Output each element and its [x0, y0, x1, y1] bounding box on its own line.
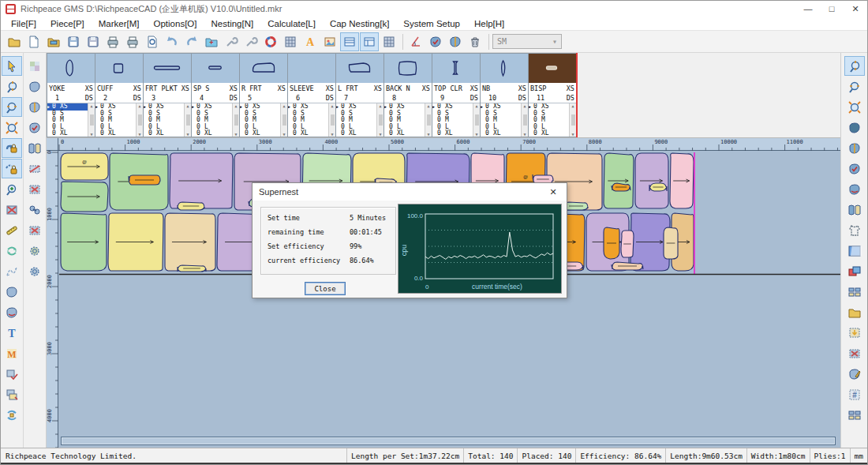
delete-cross-tool[interactable]	[844, 343, 865, 363]
menu-help[interactable]: Help[H]	[467, 17, 511, 31]
frt-plkt-shape-icon[interactable]	[144, 54, 191, 83]
piece-column-l-frt[interactable]: L FRTXS7▶0XS0S0M0L0XL▲▼	[335, 53, 383, 137]
scroll-down-icon[interactable]: ▼	[523, 132, 526, 137]
print-button[interactable]	[103, 32, 122, 51]
scroll-up-icon[interactable]: ▲	[90, 103, 92, 108]
color-ring-button[interactable]	[261, 32, 280, 51]
piece-split-button[interactable]	[446, 32, 465, 51]
piece-column-bisp[interactable]: BISPXS11DS▶0XS0S0M0L0XL▲▼	[528, 53, 576, 137]
piece-list-scrollbar[interactable]: ▲▼	[280, 103, 287, 137]
piece-flag-tool[interactable]	[844, 159, 865, 178]
vest-tool[interactable]	[844, 220, 865, 240]
zoom-area-tool[interactable]	[2, 97, 22, 117]
piece-column-top-clr[interactable]: TOP CLRXS9DS▶0XS0S0M0L0XL▲▼	[432, 53, 480, 137]
piece-list-toggle[interactable]	[360, 32, 379, 51]
piece-tag-one-tool[interactable]	[24, 118, 45, 137]
zoom-horizontal-tool[interactable]	[844, 77, 865, 96]
scroll-up-icon[interactable]: ▲	[427, 103, 429, 108]
piece-list-scrollbar[interactable]: ▲▼	[376, 103, 383, 137]
angle-measure-button[interactable]	[406, 32, 425, 51]
menu-nesting[interactable]: Nesting[N]	[204, 17, 261, 31]
size-row-xl[interactable]: 0XL	[432, 130, 473, 137]
scroll-up-icon[interactable]: ▲	[234, 103, 237, 108]
piece-list-scrollbar[interactable]: ▲▼	[473, 103, 480, 137]
piece-swap-tool[interactable]	[844, 200, 865, 219]
canvas-horizontal-scrollbar[interactable]	[61, 437, 836, 445]
menu-calculate[interactable]: Calculate[L]	[260, 17, 323, 31]
zoom-full-tool[interactable]	[844, 97, 865, 117]
piece-column-back-n[interactable]: BACK NXS8▶0XS0S0M0L0XL▲▼	[383, 53, 432, 137]
dialog-close-button[interactable]: Close	[305, 282, 346, 295]
scroll-down-icon[interactable]: ▼	[90, 132, 92, 137]
size-row-xl[interactable]: 0XL	[384, 130, 425, 137]
nb-shape-icon[interactable]	[481, 54, 528, 83]
piece-list-scrollbar[interactable]: ▲▼	[569, 103, 576, 137]
select-tool[interactable]	[2, 56, 22, 76]
piece-column-yoke[interactable]: YOKEXS1DS▶0XS0S0M0L0XL▲▼	[47, 53, 95, 137]
scroll-down-icon[interactable]: ▼	[282, 132, 285, 137]
text-piece-tool[interactable]: T	[2, 323, 22, 343]
lock-direction-tool[interactable]	[2, 138, 22, 158]
scroll-down-icon[interactable]: ▼	[234, 132, 237, 137]
zoom-in-tool[interactable]	[2, 179, 22, 199]
cuff-shape-icon[interactable]	[95, 54, 143, 83]
blend-view-tool[interactable]	[24, 56, 45, 76]
curve-tool[interactable]	[2, 261, 22, 281]
piece-shade-tool[interactable]	[844, 118, 865, 137]
size-dropdown[interactable]: SM▾	[492, 34, 562, 49]
marker-setup-button[interactable]	[222, 32, 241, 51]
piece-squeeze-tool[interactable]	[24, 138, 45, 158]
clear-marker-tool[interactable]	[2, 200, 22, 219]
piece-column-sp-s[interactable]: SP SXS4DS▶0XS0S0M0L0XL▲▼	[191, 53, 239, 137]
scroll-down-icon[interactable]: ▼	[186, 132, 189, 137]
piece-drop-tool[interactable]	[844, 323, 865, 343]
sleeve-shape-icon[interactable]	[288, 54, 335, 83]
piece-list-scrollbar[interactable]: ▲▼	[521, 103, 528, 137]
piece-column-cuff[interactable]: CUFFXS2DS▶0XS0S0M0L0XL▲▼	[95, 53, 143, 137]
piece-list-scrollbar[interactable]: ▲▼	[136, 103, 143, 137]
piece-fold-tool[interactable]	[844, 138, 865, 158]
zoom-orbit-tool[interactable]	[2, 118, 22, 137]
size-row-xl[interactable]: 0XL	[144, 130, 184, 137]
scroll-up-icon[interactable]: ▲	[186, 103, 189, 108]
add-piece-button[interactable]: +	[202, 32, 221, 51]
scroll-up-icon[interactable]: ▲	[331, 103, 333, 108]
scroll-up-icon[interactable]: ▲	[523, 103, 526, 108]
r-frt-shape-icon[interactable]	[240, 54, 287, 83]
piece-list-scrollbar[interactable]: ▲▼	[88, 103, 95, 137]
piece-tag-edit-tool[interactable]	[24, 97, 45, 117]
close-button[interactable]: ✕	[844, 1, 867, 17]
scroll-down-icon[interactable]: ▼	[571, 132, 574, 137]
scroll-up-icon[interactable]: ▲	[475, 103, 477, 108]
picture-button[interactable]	[320, 32, 339, 51]
sp-s-shape-icon[interactable]	[192, 54, 239, 83]
minimize-button[interactable]: —	[796, 1, 820, 17]
open-marker-button[interactable]	[5, 32, 24, 51]
size-row-xl[interactable]: 0XL	[336, 130, 376, 137]
zoom-range-tool[interactable]	[2, 77, 22, 96]
menu-file[interactable]: File[F]	[4, 17, 43, 31]
piece-plan-tool[interactable]	[844, 405, 865, 425]
text-button[interactable]: A	[301, 32, 320, 51]
save-button[interactable]	[64, 32, 83, 51]
scroll-down-icon[interactable]: ▼	[475, 132, 477, 137]
piece-check-button[interactable]	[426, 32, 445, 51]
piece-slash-tool[interactable]	[24, 159, 45, 178]
back-shape-icon[interactable]	[384, 54, 432, 83]
size-row-xl[interactable]: 0XL	[95, 130, 136, 137]
size-row-xl[interactable]: 0XL	[529, 130, 569, 137]
nest-sheet-button[interactable]	[380, 32, 398, 51]
piece-rotate-tool[interactable]	[844, 179, 865, 199]
grid-hash-tool[interactable]: #	[844, 384, 865, 404]
menu-system-setup[interactable]: System Setup	[396, 17, 467, 31]
scroll-up-icon[interactable]: ▲	[138, 103, 140, 108]
marker-name-tool[interactable]: M	[2, 343, 22, 363]
scroll-up-icon[interactable]: ▲	[379, 103, 381, 108]
print-preview-button[interactable]	[143, 32, 162, 51]
rotate-pair-tool[interactable]	[2, 241, 22, 261]
piece-column-nb[interactable]: NBXS10DS▶0XS0S0M0L0XL▲▼	[480, 53, 528, 137]
yoke-shape-icon[interactable]	[47, 54, 95, 83]
piece-list-scrollbar[interactable]: ▲▼	[232, 103, 239, 137]
dialog-close-icon[interactable]: ✕	[546, 187, 560, 197]
undo-button[interactable]	[163, 32, 181, 51]
